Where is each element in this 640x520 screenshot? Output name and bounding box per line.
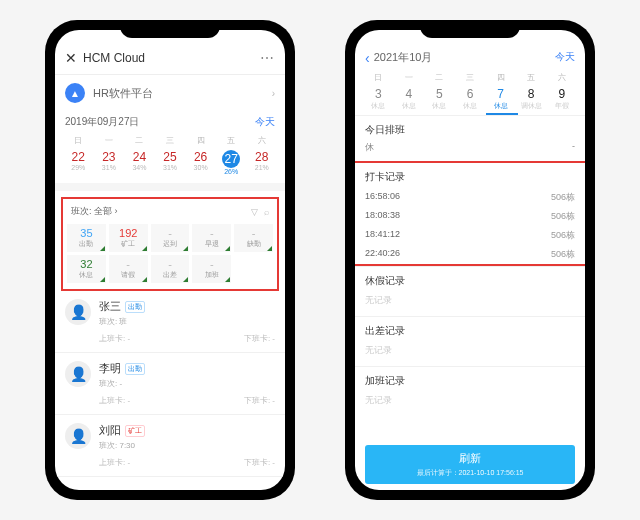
weekday-label: 六 xyxy=(546,72,577,83)
stat-tile[interactable]: -加班 xyxy=(192,255,231,283)
weekday-row: 日一二三四五六 xyxy=(55,131,285,148)
stat-tile[interactable]: -早退 xyxy=(192,224,231,252)
calendar-day[interactable]: 6休息 xyxy=(455,87,486,111)
schedule-row: 休 - xyxy=(365,141,575,154)
phone-left: ✕ HCM Cloud ⋯ ▲ HR软件平台 › 2019年09月27日 今天 … xyxy=(45,20,295,500)
calendar-day[interactable]: 5休息 xyxy=(424,87,455,111)
calendar-day[interactable]: 2531% xyxy=(155,150,186,175)
weekday-row: 日一二三四五六 xyxy=(355,72,585,83)
today-link[interactable]: 今天 xyxy=(255,115,275,129)
empty-label: 无记录 xyxy=(365,388,575,409)
back-icon[interactable]: ‹ xyxy=(365,50,370,66)
notch xyxy=(120,20,220,38)
refresh-button[interactable]: 刷新 最后计算于：2021-10-10 17:56:15 xyxy=(365,445,575,484)
stat-tile[interactable]: 192矿工 xyxy=(109,224,148,252)
app-title: HCM Cloud xyxy=(83,51,254,65)
phone-right: ‹ 2021年10月 今天 日一二三四五六 3休息4休息5休息6休息7休息8调休… xyxy=(345,20,595,500)
leave-section: 休假记录 无记录 xyxy=(355,266,585,316)
stat-tile[interactable]: 35出勤 xyxy=(67,224,106,252)
org-row[interactable]: ▲ HR软件平台 › xyxy=(55,75,285,111)
calendar-day[interactable]: 2726% xyxy=(216,150,247,175)
empty-label: 无记录 xyxy=(365,288,575,309)
weekday-label: 三 xyxy=(455,72,486,83)
calendar-day[interactable]: 8调休息 xyxy=(516,87,547,111)
screen-left: ✕ HCM Cloud ⋯ ▲ HR软件平台 › 2019年09月27日 今天 … xyxy=(55,30,285,490)
weekday-label: 一 xyxy=(94,135,125,146)
filter-icon[interactable]: ▽ xyxy=(251,207,258,217)
calendar-days: 3休息4休息5休息6休息7休息8调休息9年假 xyxy=(355,83,585,111)
calendar-day[interactable]: 2630% xyxy=(185,150,216,175)
punch-row: 18:08:38506栋 xyxy=(355,207,585,226)
section-title: 加班记录 xyxy=(365,374,575,388)
screen-right: ‹ 2021年10月 今天 日一二三四五六 3休息4休息5休息6休息7休息8调休… xyxy=(355,30,585,490)
calendar-day[interactable]: 2331% xyxy=(94,150,125,175)
stat-tile[interactable]: -出差 xyxy=(151,255,190,283)
weekday-label: 日 xyxy=(363,72,394,83)
avatar: 👤 xyxy=(65,423,91,449)
date-row: 2019年09月27日 今天 xyxy=(55,111,285,131)
ot-section: 加班记录 无记录 xyxy=(355,366,585,416)
calendar-day[interactable]: 7休息 xyxy=(485,87,516,111)
weekday-label: 二 xyxy=(124,135,155,146)
weekday-label: 五 xyxy=(216,135,247,146)
search-icon[interactable]: ⌕ xyxy=(264,207,269,217)
schedule-section: 今日排班 休 - xyxy=(355,115,585,161)
notch xyxy=(420,20,520,38)
stat-tile[interactable]: -迟到 xyxy=(151,224,190,252)
avatar: 👤 xyxy=(65,361,91,387)
person-row[interactable]: 👤刘阳矿工班次: 7:30上班卡: -下班卡: - xyxy=(55,415,285,477)
section-title: 出差记录 xyxy=(365,324,575,338)
weekday-label: 六 xyxy=(246,135,277,146)
section-title: 休假记录 xyxy=(365,274,575,288)
stat-tile[interactable]: -请假 xyxy=(109,255,148,283)
weekday-label: 日 xyxy=(63,135,94,146)
stat-tile[interactable]: -缺勤 xyxy=(234,224,273,252)
org-name: HR软件平台 xyxy=(93,86,264,101)
calendar-day[interactable]: 9年假 xyxy=(546,87,577,111)
weekday-label: 四 xyxy=(485,72,516,83)
weekday-label: 一 xyxy=(394,72,425,83)
current-date[interactable]: 2019年09月27日 xyxy=(65,115,255,129)
highlight-box: 打卡记录 16:58:06506栋18:08:38506栋18:41:12506… xyxy=(355,161,585,266)
calendar-day[interactable]: 3休息 xyxy=(363,87,394,111)
punch-section: 打卡记录 xyxy=(355,163,585,188)
today-link[interactable]: 今天 xyxy=(555,50,575,66)
weekday-label: 五 xyxy=(516,72,547,83)
more-icon[interactable]: ⋯ xyxy=(260,50,275,66)
weekday-label: 二 xyxy=(424,72,455,83)
empty-label: 无记录 xyxy=(365,338,575,359)
calendar-days: 2229%2331%2434%2531%2630%2726%2821% xyxy=(55,148,285,183)
person-row[interactable]: 👤张三出勤班次: 班上班卡: -下班卡: - xyxy=(55,291,285,353)
highlight-box: 班次: 全部 › ▽ ⌕ 35出勤192矿工-迟到-早退-缺勤32休息-请假-出… xyxy=(61,197,279,291)
section-title: 打卡记录 xyxy=(365,170,575,184)
filter-row[interactable]: 班次: 全部 › ▽ ⌕ xyxy=(67,203,273,224)
stat-grid: 35出勤192矿工-迟到-早退-缺勤32休息-请假-出差-加班 xyxy=(67,224,273,283)
punch-row: 16:58:06506栋 xyxy=(355,188,585,207)
person-list: 👤张三出勤班次: 班上班卡: -下班卡: -👤李明出勤班次: -上班卡: -下班… xyxy=(55,291,285,490)
org-icon: ▲ xyxy=(65,83,85,103)
current-month[interactable]: 2021年10月 xyxy=(374,50,555,66)
person-row[interactable]: 👤李明出勤班次: -上班卡: -下班卡: - xyxy=(55,353,285,415)
chevron-right-icon: › xyxy=(272,88,275,99)
trip-section: 出差记录 无记录 xyxy=(355,316,585,366)
calendar-day[interactable]: 2434% xyxy=(124,150,155,175)
avatar: 👤 xyxy=(65,299,91,325)
punch-row: 18:41:12506栋 xyxy=(355,226,585,245)
close-icon[interactable]: ✕ xyxy=(65,50,77,66)
punch-row: 22:40:26506栋 xyxy=(355,245,585,264)
weekday-label: 四 xyxy=(185,135,216,146)
calendar-day[interactable]: 4休息 xyxy=(394,87,425,111)
calendar-day[interactable]: 2229% xyxy=(63,150,94,175)
weekday-label: 三 xyxy=(155,135,186,146)
calendar-day[interactable]: 2821% xyxy=(246,150,277,175)
stat-tile[interactable]: 32休息 xyxy=(67,255,106,283)
section-title: 今日排班 xyxy=(365,123,575,137)
